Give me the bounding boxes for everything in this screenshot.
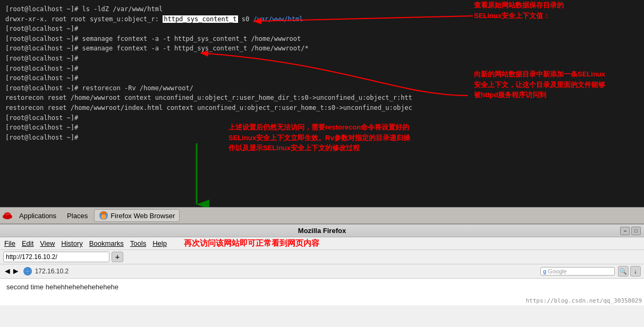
menu-history[interactable]: History	[61, 239, 82, 247]
firefox-title: Mozilla Firefox	[298, 227, 346, 235]
google-logo: g	[543, 269, 546, 274]
firefox-taskbar-label: Firefox Web Browser	[111, 212, 175, 220]
minimize-button[interactable]: －	[620, 227, 630, 235]
terminal-line-10: restorecon reset /home/wwwroot context u…	[5, 93, 639, 103]
html-path: /var/www/html	[253, 15, 303, 23]
terminal-line-2: drwxr-xr-x. root root system_u:object_r:…	[5, 14, 639, 24]
applications-label: Applications	[19, 212, 56, 220]
terminal-line-11: restorecon reset /home/wwwroot/index.htm…	[5, 103, 639, 113]
nav-url-display: 172.16.10.2	[35, 268, 537, 275]
places-button[interactable]: Places	[63, 210, 92, 221]
terminal-line-6: [root@localhost ~]#	[5, 54, 639, 64]
svg-point-4	[5, 212, 10, 216]
site-icon	[23, 267, 32, 276]
terminal-line-5: [root@localhost ~]# semanage fcontext -a…	[5, 44, 639, 54]
nav-icon-group: 🔍 ↓	[618, 266, 641, 277]
search-box[interactable]: g Google	[540, 267, 615, 276]
search-placeholder: Google	[548, 268, 566, 274]
firefox-menubar: File Edit View History Bookmarks Tools H…	[0, 237, 644, 250]
window-controls: － □	[620, 227, 641, 235]
terminal-line-7: [root@localhost ~]#	[5, 64, 639, 74]
url-value: http://172.16.10.2/	[6, 253, 57, 261]
page-content-text: second time hehehhehehehehehehe	[6, 283, 118, 291]
terminal-line-1: [root@localhost ~]# ls -ldZ /var/www/htm…	[5, 4, 639, 14]
places-label: Places	[67, 212, 88, 220]
menu-bookmarks[interactable]: Bookmarks	[89, 239, 124, 247]
terminal-line-4: [root@localhost ~]# semanage fcontext -a…	[5, 34, 639, 44]
firefox-titlebar: Mozilla Firefox － □	[0, 225, 644, 237]
menu-file[interactable]: File	[4, 239, 15, 247]
menu-help[interactable]: Help	[152, 239, 167, 247]
redhat-icon	[2, 210, 13, 221]
maximize-button[interactable]: □	[631, 227, 641, 235]
firefox-content: second time hehehhehehehehehehe https://…	[0, 279, 644, 305]
applications-button[interactable]: Applications	[15, 210, 61, 221]
download-button[interactable]: ↓	[630, 266, 641, 277]
terminal-line-3: [root@localhost ~]#	[5, 24, 639, 34]
firefox-icon	[99, 211, 108, 220]
selinux-context-highlight: httpd_sys_content_t	[163, 15, 238, 23]
visit-annotation: 再次访问该网站即可正常看到网页内容	[184, 238, 319, 248]
firefox-navbar: ◄► 172.16.10.2 g Google 🔍 ↓	[0, 264, 644, 279]
terminal-section: [root@localhost ~]# ls -ldZ /var/www/htm…	[0, 0, 644, 207]
csdn-footer-link: https://blog.csdn.net/qq_30358029	[526, 297, 642, 304]
search-go-button[interactable]: 🔍	[618, 266, 629, 277]
firefox-window: Mozilla Firefox － □ File Edit View Histo…	[0, 224, 644, 327]
menu-tools[interactable]: Tools	[130, 239, 146, 247]
terminal-line-9: [root@localhost ~]# restorecon -Rv /home…	[5, 83, 639, 93]
terminal-line-14: [root@localhost ~]#	[5, 133, 639, 143]
back-button[interactable]: ◄►	[3, 266, 20, 276]
add-tab-button[interactable]: +	[112, 252, 123, 262]
menu-edit[interactable]: Edit	[22, 239, 33, 247]
terminal-line-13: [root@localhost ~]#	[5, 123, 639, 133]
taskbar: Applications Places Firefox Web Browser	[0, 207, 644, 224]
firefox-urlbar: http://172.16.10.2/ +	[0, 250, 644, 264]
firefox-taskbar-button[interactable]: Firefox Web Browser	[94, 209, 180, 222]
terminal-line-12: [root@localhost ~]#	[5, 113, 639, 123]
url-input[interactable]: http://172.16.10.2/	[3, 252, 109, 262]
menu-view[interactable]: View	[40, 239, 55, 247]
terminal-line-8: [root@localhost ~]#	[5, 73, 639, 83]
